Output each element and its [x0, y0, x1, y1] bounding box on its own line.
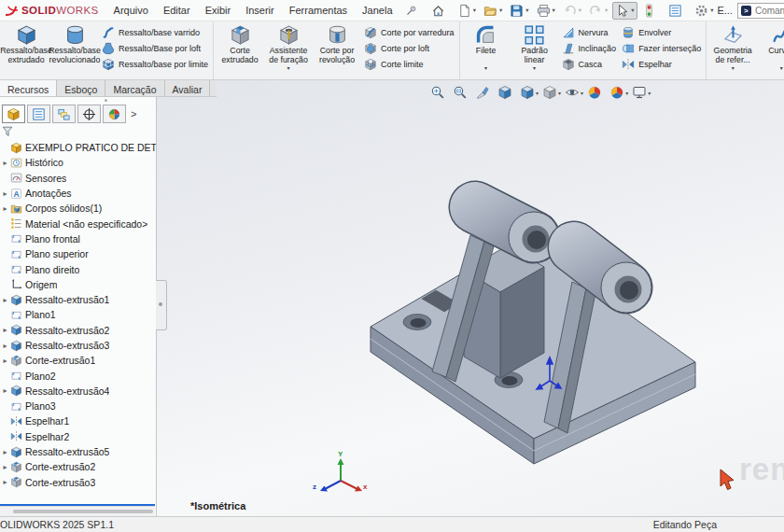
quickbar-button[interactable]: ▾ [639, 2, 664, 20]
tree-item[interactable]: ▸ Corte-extrusão2 [1, 459, 156, 474]
quickbar-button[interactable]: ▾ [507, 2, 531, 20]
dropdown-caret-icon[interactable]: ▾ [648, 90, 651, 96]
panel-splitter-handle[interactable] [156, 280, 167, 330]
expand-arrow-icon[interactable]: ▸ [1, 326, 9, 334]
tree-item[interactable]: ▸ Material <não especificado> [1, 216, 156, 231]
expand-arrow-icon[interactable]: ▸ [1, 357, 9, 365]
ribbon-button[interactable]: Ressalto/base por limite [99, 57, 211, 72]
expand-arrow-icon[interactable]: ▸ [1, 463, 9, 471]
ribbon-button[interactable]: Corte por loft [361, 41, 457, 56]
expand-arrow-icon[interactable]: ▸ [1, 342, 9, 350]
ribbon-button[interactable]: Filete ▾ [462, 21, 511, 72]
ribbon-button[interactable]: Casca [559, 57, 620, 72]
ribbon-button[interactable]: Geometria de refer... ▾ [708, 21, 757, 72]
tree-item[interactable]: ▸ Ressalto-extrusão2 [1, 323, 156, 338]
dropdown-caret-icon[interactable]: ▾ [581, 90, 583, 96]
ribbon-tab[interactable]: Recursos [0, 80, 57, 96]
dropdown-caret-icon[interactable]: ▾ [525, 7, 528, 14]
panel-tab-button[interactable] [77, 105, 101, 123]
headsup-button[interactable]: ▾ [519, 84, 539, 101]
expand-arrow-icon[interactable]: ▸ [1, 448, 9, 456]
toolbar-overflow-label[interactable]: E... [717, 5, 733, 16]
dropdown-caret-icon[interactable]: ▾ [473, 7, 476, 14]
tree-item[interactable]: ▸ Plano1 [1, 307, 156, 322]
tree-item[interactable]: ▸ Plano2 [1, 368, 156, 383]
search-input[interactable]: > Comandos de pesquisa [737, 3, 784, 19]
ribbon-button[interactable]: Corte limite [361, 57, 457, 72]
menu-item[interactable]: Editar [156, 2, 198, 19]
quickbar-button[interactable]: ▾ [481, 2, 505, 20]
dropdown-caret-icon[interactable]: ▾ [631, 7, 634, 14]
ribbon-tab[interactable]: Marcação [105, 80, 164, 96]
dropdown-caret-icon[interactable]: ▾ [710, 7, 713, 14]
tree-item[interactable]: ▸ Espelhar2 [1, 429, 156, 444]
panel-collapse-strip[interactable] [0, 97, 156, 103]
ribbon-button[interactable]: Corte por revolução ▾ [313, 21, 361, 72]
quickbar-button[interactable]: ▾ [612, 2, 637, 20]
ribbon-button[interactable]: Ressalto/Base por loft [99, 41, 211, 56]
tree-item[interactable]: ▸ Anotações [1, 186, 156, 201]
ribbon-button[interactable]: Inclinação [559, 41, 620, 56]
headsup-button[interactable]: ▾ [541, 84, 562, 101]
headsup-button[interactable]: ▾ [586, 84, 607, 101]
menu-item[interactable]: Exibir [198, 2, 239, 19]
dropdown-caret-icon[interactable]: ▾ [605, 7, 608, 14]
menu-item[interactable]: Janela [355, 2, 399, 19]
tree-item[interactable]: ▸ Sensores [1, 171, 156, 186]
expand-arrow-icon[interactable]: ▸ [1, 478, 9, 486]
panel-tab-button[interactable] [2, 105, 25, 123]
tree-item[interactable]: ▸ Espelhar1 [1, 413, 156, 428]
quickbar-button[interactable]: ▾ [665, 2, 690, 20]
tree-item[interactable]: ▸ EXEMPLO PRATICO DE DETALHAMEN [1, 140, 156, 155]
headsup-button[interactable]: ▾ [429, 84, 450, 101]
expand-arrow-icon[interactable]: ▸ [1, 189, 9, 198]
expand-arrow-icon[interactable]: ▸ [1, 386, 9, 395]
panel-tab-button[interactable] [52, 105, 76, 123]
tree-item[interactable]: ▸ Plano direito [1, 261, 156, 276]
tree-item[interactable]: ▸ Origem [1, 277, 156, 292]
ribbon-button[interactable]: Corte extrudado ▾ [216, 21, 264, 72]
dropdown-caret-icon[interactable]: ▾ [499, 7, 502, 14]
dropdown-caret-icon[interactable]: ▾ [579, 7, 581, 14]
dropdown-caret-icon[interactable]: ▾ [536, 90, 539, 96]
panel-tab-button[interactable] [103, 105, 126, 123]
tree-item[interactable]: ▸ Corpos sólidos(1) [1, 201, 156, 216]
scrollbar-thumb[interactable] [13, 510, 153, 513]
pin-menu-icon[interactable] [400, 5, 422, 17]
tree-item[interactable]: ▸ Corte-extrusão3 [1, 475, 156, 490]
headsup-button[interactable]: ▾ [564, 84, 584, 101]
menu-item[interactable]: Arquivo [106, 2, 156, 19]
tree-item[interactable]: ▸ Plano3 [1, 399, 156, 413]
quickbar-button[interactable]: ▾ [428, 2, 453, 20]
expand-arrow-icon[interactable]: ▸ [1, 204, 9, 213]
quickbar-button[interactable]: ▾ [455, 2, 479, 20]
dropdown-caret-icon[interactable]: ▾ [287, 65, 290, 71]
tree-filter[interactable] [0, 125, 156, 140]
ribbon-button[interactable]: Corte por varredura [361, 25, 457, 40]
tree-item[interactable]: ▸ Ressalto-extrusão5 [1, 444, 156, 459]
dropdown-caret-icon[interactable]: ▾ [780, 65, 783, 71]
dropdown-caret-icon[interactable]: ▾ [484, 65, 487, 71]
tree-item[interactable]: ▸ Corte-extrusão1 [1, 353, 156, 368]
part-3d-model[interactable]: Y x z [157, 80, 784, 516]
headsup-button[interactable]: ▾ [474, 84, 495, 101]
quickbar-button[interactable]: ▾ [534, 2, 558, 20]
headsup-button[interactable]: ▾ [497, 84, 517, 101]
panel-tab-button[interactable] [27, 105, 50, 123]
ribbon-button[interactable]: Envolver [619, 25, 704, 40]
ribbon-button[interactable]: Ressalto/base extrudado ▾ [2, 21, 50, 72]
headsup-button[interactable]: ▾ [631, 84, 651, 101]
quickbar-button[interactable]: ▾ [560, 2, 584, 20]
ribbon-button[interactable]: Curvas ▾ [757, 21, 784, 72]
ribbon-button[interactable]: Padrão linear ▾ [511, 21, 559, 72]
ribbon-button[interactable]: Assistente de furação ▾ [264, 21, 313, 72]
menu-item[interactable]: Ferramentas [282, 2, 355, 19]
ribbon-tab[interactable]: Esboço [57, 80, 105, 96]
tree-item[interactable]: ▸ Histórico [1, 155, 156, 170]
tree-item[interactable]: ▸ Ressalto-extrusão3 [1, 338, 156, 353]
horizontal-scrollbar[interactable] [0, 506, 155, 516]
expand-arrow-icon[interactable]: ▸ [1, 159, 9, 167]
panel-expand-chevron[interactable]: > [131, 108, 136, 119]
ribbon-button[interactable]: Ressalto/base varrido [99, 25, 211, 40]
tree-item[interactable]: ▸ Ressalto-extrusão1 [1, 292, 156, 307]
